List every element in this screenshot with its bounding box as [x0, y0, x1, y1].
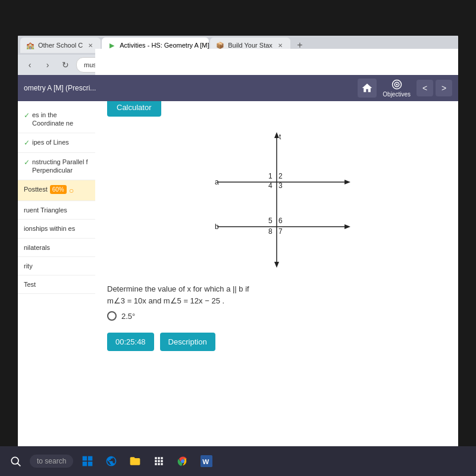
home-button[interactable] — [358, 79, 377, 98]
angle-4: 4 — [268, 181, 273, 190]
sidebar-item-posttest[interactable]: Posttest 60% ○ — [18, 180, 95, 201]
tab-label-other-school: Other School C — [38, 42, 83, 49]
sidebar-item-coordinate[interactable]: ✓ es in the Coordinate ne — [18, 106, 95, 133]
tab-other-school[interactable]: 🏫 Other School C ✕ — [20, 37, 101, 53]
tab-close-stax[interactable]: ✕ — [276, 41, 284, 49]
nav-arrows: < > — [416, 80, 452, 96]
label-b: b — [215, 223, 219, 231]
tab-favicon-activities: ▶ — [108, 41, 116, 49]
geometry-diagram: t a b 1 2 3 4 5 6 7 8 — [181, 129, 372, 271]
app-header-title: ometry A [M] (Prescri... — [24, 84, 352, 92]
objectives-icon — [392, 79, 402, 90]
svg-marker-10 — [345, 224, 350, 229]
tab-favicon-other-school: 🏫 — [26, 41, 35, 49]
angle-8: 8 — [268, 227, 273, 236]
svg-marker-5 — [274, 262, 279, 268]
radio-option-1[interactable] — [107, 311, 117, 321]
angle-5: 5 — [268, 217, 273, 225]
apps-icon — [153, 455, 165, 467]
windows-icon — [82, 455, 93, 467]
file-explorer-icon — [129, 455, 141, 467]
svg-line-12 — [17, 463, 20, 466]
label-t: t — [279, 133, 281, 141]
angle-2: 2 — [278, 172, 283, 180]
tab-label-activities: Activities - HS: Geometry A [M] — [120, 42, 209, 49]
question-equation: m∠3 = 10x and m∠5 = 12x − 25 . — [107, 296, 224, 305]
taskbar-windows-icon[interactable] — [78, 452, 97, 471]
question-main: Determine the value of x for which a || … — [107, 284, 249, 293]
reload-button[interactable]: ↻ — [58, 58, 73, 72]
svg-point-2 — [396, 83, 397, 85]
tab-favicon-stax: 📦 — [216, 41, 224, 49]
taskbar-search-box[interactable]: to search — [30, 455, 73, 468]
timer-button[interactable]: 00:25:48 — [107, 333, 154, 351]
taskbar-edge-icon[interactable] — [102, 452, 121, 471]
app-content: ometry A [M] (Prescri... Objectives < — [18, 75, 458, 452]
nav-prev-button[interactable]: < — [416, 80, 433, 96]
sidebar-item-lines[interactable]: ✓ ipes of Lines — [18, 133, 95, 154]
svg-text:W: W — [203, 458, 209, 465]
question-text: Determine the value of x for which a || … — [107, 283, 446, 306]
objectives-label: Objectives — [383, 91, 411, 98]
angle-3: 3 — [278, 181, 283, 190]
taskbar-search-icon[interactable] — [6, 452, 25, 471]
back-button[interactable]: ‹ — [23, 58, 37, 72]
angle-7: 7 — [278, 227, 283, 236]
answer-label-1: 2.5° — [121, 312, 135, 321]
sidebar-label-nilaterals: nilaterals — [24, 243, 50, 252]
sidebar-wrapper: ometry A [M] (Prescri... Objectives < — [18, 75, 95, 452]
svg-rect-15 — [83, 462, 87, 466]
chrome-icon — [177, 455, 189, 467]
svg-point-11 — [11, 457, 18, 464]
sidebar-label-posttest: Posttest — [24, 185, 48, 193]
sidebar-item-congruent[interactable]: ruent Triangles — [18, 201, 95, 220]
angle-6: 6 — [278, 217, 283, 225]
word-icon: W — [201, 455, 212, 467]
taskbar-chrome-icon[interactable] — [173, 452, 192, 471]
sidebar-item-constructing[interactable]: ✓ nstructing Parallel f Perpendicular — [18, 153, 95, 180]
sidebar-label-rity: rity — [24, 262, 33, 270]
taskbar: to search W — [0, 446, 476, 476]
svg-marker-7 — [345, 180, 350, 184]
sidebar-content: ✓ es in the Coordinate ne ✓ ipes of Line… — [18, 101, 95, 299]
svg-rect-13 — [83, 456, 87, 461]
angle-1: 1 — [268, 172, 273, 180]
screen: 🏫 Other School C ✕ ▶ Activities - HS: Ge… — [18, 36, 458, 452]
home-icon — [361, 82, 373, 94]
taskbar-explorer-icon[interactable] — [126, 452, 145, 471]
check-icon-coordinate: ✓ — [24, 111, 30, 121]
label-a: a — [215, 178, 219, 186]
nav-next-button[interactable]: > — [436, 80, 452, 96]
objectives-button[interactable]: Objectives — [383, 79, 411, 98]
taskbar-search-placeholder: to search — [37, 457, 66, 465]
svg-marker-4 — [274, 132, 279, 138]
sidebar-item-relationships[interactable]: ionships within es — [18, 220, 95, 238]
tab-label-stax: Build Your Stax — [228, 42, 273, 49]
check-icon-constructing: ✓ — [24, 158, 30, 168]
edge-icon — [105, 455, 117, 467]
sidebar-item-rity[interactable]: rity — [18, 257, 95, 275]
sidebar-label-lines: ipes of Lines — [32, 138, 69, 146]
sidebar-label-constructing: nstructing Parallel f Perpendicular — [32, 158, 89, 175]
sidebar-item-test[interactable]: Test — [18, 275, 95, 294]
app-header: ometry A [M] (Prescri... Objectives < — [18, 75, 458, 101]
sidebar-label-test: Test — [24, 280, 36, 289]
answer-option-1[interactable]: 2.5° — [107, 311, 446, 321]
forward-button[interactable]: › — [40, 58, 55, 72]
taskbar-word-icon[interactable]: W — [197, 452, 216, 471]
progress-icon: ○ — [69, 185, 74, 196]
eq1: m∠3 = 10x and m∠5 = 12x − 25 . — [107, 296, 224, 305]
sidebar-label-coordinate: es in the Coordinate ne — [32, 111, 89, 128]
taskbar-apps-icon[interactable] — [149, 452, 168, 471]
search-icon — [10, 455, 21, 467]
geometry-svg: t a b 1 2 3 4 5 6 7 8 — [181, 129, 372, 271]
sidebar-item-nilaterals[interactable]: nilaterals — [18, 239, 95, 257]
posttest-badge: 60% — [50, 185, 67, 194]
svg-rect-14 — [88, 456, 93, 461]
bottom-controls: 00:25:48 Description — [107, 333, 446, 351]
sidebar-label-congruent: ruent Triangles — [24, 206, 67, 214]
sidebar-label-relationships: ionships within es — [24, 224, 75, 233]
main-content: 03:Posttest 3 Parallel and Perpendicular… — [95, 49, 458, 452]
tab-close-other-school[interactable]: ✕ — [86, 41, 95, 49]
description-button[interactable]: Description — [160, 333, 215, 351]
